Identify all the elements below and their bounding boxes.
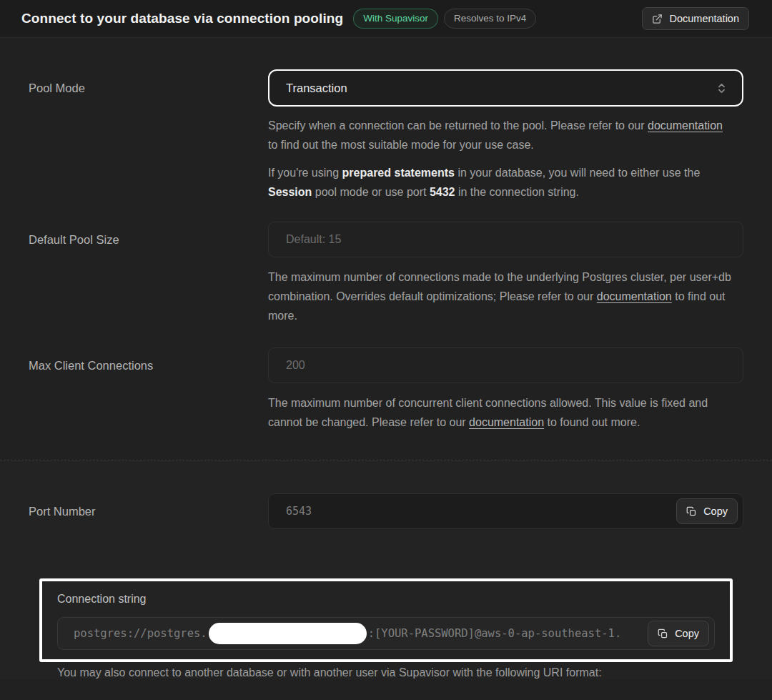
copy-button-label: Copy xyxy=(703,506,728,517)
copy-icon xyxy=(686,506,697,517)
header-badges: With Supavisor Resolves to IPv4 xyxy=(353,9,536,29)
documentation-button-label: Documentation xyxy=(669,13,739,24)
copy-icon xyxy=(658,628,668,639)
pool-mode-row: Pool Mode Transaction Specify when a con… xyxy=(29,69,743,202)
page-header: Connect to your database via connection … xyxy=(0,0,772,38)
documentation-link[interactable]: documentation xyxy=(597,290,672,302)
port-number-input[interactable] xyxy=(268,493,743,529)
pool-mode-description-1: Specify when a connection can be returne… xyxy=(268,116,731,154)
supavisor-uri-note: You may also connect to another database… xyxy=(29,666,743,679)
badge-with-supavisor: With Supavisor xyxy=(353,9,438,29)
pool-mode-content: Transaction Specify when a connection ca… xyxy=(268,69,743,202)
badge-resolves-ipv4: Resolves to IPv4 xyxy=(444,9,536,29)
copy-button-label: Copy xyxy=(675,628,699,639)
desc-bold-5432: 5432 xyxy=(430,186,455,198)
pool-mode-description-2: If you're using prepared statements in y… xyxy=(268,163,731,202)
desc-text: to found out more. xyxy=(544,416,640,428)
port-number-content: Copy xyxy=(268,493,743,529)
desc-text: Specify when a connection can be returne… xyxy=(268,119,648,132)
pool-mode-label: Pool Mode xyxy=(29,69,268,107)
desc-text: pool mode or use port xyxy=(312,186,430,198)
default-pool-size-content: The maximum number of connections made t… xyxy=(268,222,743,325)
max-client-connections-row: Max Client Connections The maximum numbe… xyxy=(29,347,743,432)
redacted-project-ref xyxy=(209,623,367,644)
max-client-connections-input xyxy=(268,347,743,383)
pool-mode-selected-value: Transaction xyxy=(286,82,716,95)
port-copy-button[interactable]: Copy xyxy=(676,498,738,524)
default-pool-size-input[interactable] xyxy=(268,222,743,257)
max-client-connections-label: Max Client Connections xyxy=(29,347,268,383)
desc-text: in the connection string. xyxy=(455,186,579,198)
documentation-button[interactable]: Documentation xyxy=(642,7,749,30)
desc-bold-session: Session xyxy=(268,186,312,198)
default-pool-size-row: Default Pool Size The maximum number of … xyxy=(29,222,743,325)
desc-text: If you're using xyxy=(268,167,342,179)
connection-string-highlight-box: Connection string postgres://postgres. :… xyxy=(39,578,733,662)
desc-bold-prepared-statements: prepared statements xyxy=(342,167,455,179)
documentation-link[interactable]: documentation xyxy=(469,416,544,428)
pool-mode-select[interactable]: Transaction xyxy=(268,69,743,107)
documentation-link[interactable]: documentation xyxy=(648,119,723,132)
desc-text: to find out the most suitable mode for y… xyxy=(268,139,534,151)
max-client-connections-content: The maximum number of concurrent client … xyxy=(268,347,743,432)
port-number-row: Port Number Copy xyxy=(29,493,743,529)
connection-string-suffix: :[YOUR-PASSWORD]@aws-0-ap-southeast-1. xyxy=(368,627,622,640)
page-title: Connect to your database via connection … xyxy=(21,11,343,26)
chevrons-up-down-icon xyxy=(716,82,728,94)
desc-text: in your database, you will need to eithe… xyxy=(455,167,700,179)
max-client-connections-description: The maximum number of concurrent client … xyxy=(268,393,731,432)
connection-string-label: Connection string xyxy=(57,593,715,606)
connection-string-prefix: postgres://postgres. xyxy=(74,627,207,640)
connection-string-field[interactable]: postgres://postgres. :[YOUR-PASSWORD]@aw… xyxy=(57,617,715,650)
external-link-icon xyxy=(652,14,663,24)
pooling-config-section: Pool Mode Transaction Specify when a con… xyxy=(0,38,772,460)
connection-string-copy-button[interactable]: Copy xyxy=(648,621,709,646)
default-pool-size-description: The maximum number of connections made t… xyxy=(268,267,731,325)
default-pool-size-label: Default Pool Size xyxy=(29,222,268,257)
connection-info-section: Port Number Copy Connection string postg… xyxy=(0,460,772,679)
port-number-label: Port Number xyxy=(29,493,268,529)
